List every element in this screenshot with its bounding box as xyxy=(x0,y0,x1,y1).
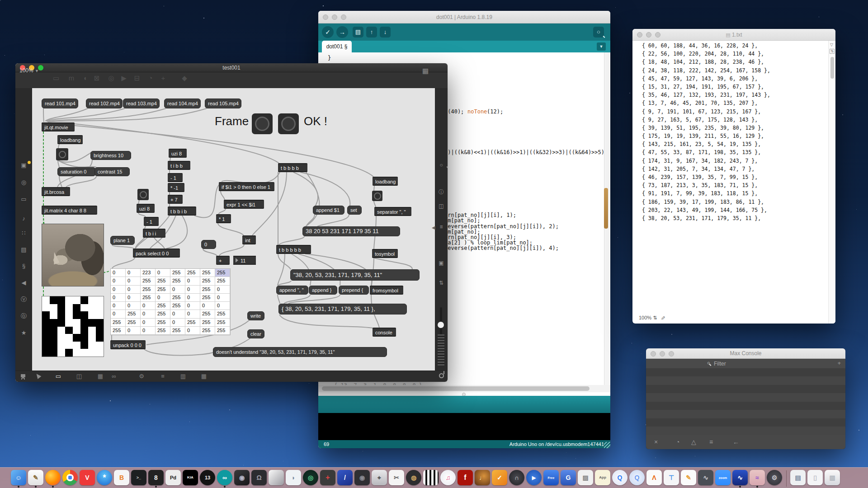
comment-icon[interactable]: ◖ xyxy=(79,74,91,82)
cellblock-cell[interactable]: 255 xyxy=(215,319,230,327)
patch-box[interactable]: append } xyxy=(309,286,337,295)
patch-box[interactable] xyxy=(278,113,299,134)
cellblock-cell[interactable]: 0 xyxy=(185,310,200,318)
patch-box[interactable]: write xyxy=(247,311,264,320)
patch-box[interactable] xyxy=(252,113,273,134)
cellblock-cell[interactable]: 255 xyxy=(141,277,156,285)
cellblock-cell[interactable]: 255 xyxy=(156,327,170,335)
dock-red-kit-app[interactable]: + xyxy=(320,469,335,488)
dock-garageband[interactable]: ♩ xyxy=(475,469,490,488)
patch-box[interactable]: int xyxy=(242,235,256,244)
patch-box[interactable]: OK ! xyxy=(304,114,335,129)
back-arrow-icon[interactable]: ← xyxy=(733,438,739,446)
dock-arduino[interactable]: ∞ xyxy=(217,469,232,488)
cellblock-cell[interactable]: 0 xyxy=(126,294,141,302)
max-titlebar[interactable]: test001 xyxy=(15,63,448,72)
patch-box[interactable]: expr 1 << $i1 xyxy=(224,200,264,209)
cellblock-cell[interactable]: 0 xyxy=(185,294,200,302)
cellblock-cell[interactable]: 0 xyxy=(126,277,141,285)
cellblock-cell[interactable]: 0 xyxy=(215,286,230,294)
patch-box[interactable]: 38 20 53 231 171 179 35 11 xyxy=(302,226,400,236)
cellblock-cell[interactable]: 255 xyxy=(111,327,126,335)
patch-box[interactable]: loadbang xyxy=(57,135,83,144)
dock-puredata[interactable]: Pd xyxy=(165,469,181,488)
cellblock-cell[interactable]: 0 xyxy=(215,294,230,302)
patch-box[interactable]: if $i1 > 0 then 0 else 1 xyxy=(219,182,274,191)
dock-check-app[interactable]: ✓ xyxy=(492,469,507,488)
cellblock-cell[interactable]: 255 xyxy=(200,277,215,285)
patch-box[interactable]: * 1 xyxy=(216,214,231,223)
patch-box[interactable] xyxy=(137,189,149,200)
patch-box[interactable]: separator ", " xyxy=(374,207,411,216)
dock-blue-pen-app[interactable]: / xyxy=(337,469,353,488)
patch-box[interactable]: loadbang xyxy=(373,177,398,186)
patch-box[interactable]: prepend { xyxy=(339,286,369,295)
cellblock-cell[interactable]: 0 xyxy=(111,302,126,310)
dock-separator[interactable] xyxy=(784,469,788,488)
grid-toggle-icon[interactable]: ▦ xyxy=(422,67,429,75)
lock-icon[interactable] xyxy=(18,374,28,380)
patch-box[interactable]: read 104.mp4 xyxy=(164,99,201,108)
columns-icon[interactable]: ◫ xyxy=(435,203,448,209)
arduino-titlebar[interactable]: dot001 | Arduino 1.8.19 xyxy=(318,11,610,23)
dock-photos-app[interactable]: ▨ xyxy=(578,469,593,488)
patch-box[interactable]: uzi 8 xyxy=(137,204,155,213)
console-titlebar[interactable]: Max Console xyxy=(646,348,845,359)
cellblock-cell[interactable]: 0 xyxy=(126,269,141,277)
dock-max[interactable]: ◉ xyxy=(234,469,250,488)
dock-eight-app[interactable]: 8 xyxy=(148,469,164,488)
cellblock-cell[interactable]: 255 xyxy=(170,294,185,302)
dock-radar-app[interactable]: ◎ xyxy=(303,469,318,488)
zoom-level-control[interactable]: 100% ⇅ xyxy=(639,315,657,321)
patch-box[interactable]: pack select 0 0 xyxy=(133,249,180,258)
cellblock-cell[interactable]: 255 xyxy=(156,310,170,318)
patch-box[interactable]: read 103.mp4 xyxy=(123,99,160,108)
cellblock-cell[interactable]: 255 xyxy=(185,269,200,277)
patch-box[interactable]: t b b b b xyxy=(278,163,307,172)
info-icon[interactable]: ⓘ xyxy=(435,188,448,196)
search-icon[interactable]: ○ xyxy=(435,162,448,168)
cellblock-cell[interactable]: 0 xyxy=(185,277,200,285)
cellblock-cell[interactable]: 255 xyxy=(170,269,185,277)
cellblock-cell[interactable]: 255 xyxy=(126,319,141,327)
cellblock-cell[interactable]: 0 xyxy=(111,286,126,294)
cellblock-cell[interactable]: 255 xyxy=(156,319,170,327)
video-preview-pwindow[interactable] xyxy=(42,224,104,286)
dock-kia[interactable]: KIA xyxy=(183,469,198,488)
object-circle-icon[interactable]: ⓞ xyxy=(15,312,32,320)
cellblock-cell[interactable]: 255 xyxy=(126,310,141,318)
dock-chrome[interactable] xyxy=(62,469,78,488)
cellblock-cell[interactable]: 255 xyxy=(141,294,156,302)
add-filter-icon[interactable]: + xyxy=(837,360,841,366)
resize-grip-icon[interactable] xyxy=(604,442,610,448)
cellblock-cell[interactable]: 255 xyxy=(215,269,230,277)
dock-keynote[interactable]: ⊤ xyxy=(664,469,679,488)
dock-firefox[interactable] xyxy=(45,469,61,488)
patch-box[interactable]: { 38, 20, 53, 231, 171, 179, 35, 11 }, xyxy=(278,304,407,314)
cellblock-cell[interactable]: 0 xyxy=(111,310,126,318)
scroll-mode-icon[interactable]: ⇅ xyxy=(830,49,835,54)
save-sketch-button[interactable]: ↓ xyxy=(380,27,391,38)
dock-column-app[interactable]: ▯ xyxy=(807,469,823,488)
zoom-dropdown[interactable]: 100% ▼ xyxy=(19,67,39,74)
video-icon[interactable]: ⓥ xyxy=(15,296,32,304)
cellblock-cell[interactable]: 0 xyxy=(111,269,126,277)
cellblock-cell[interactable]: 0 xyxy=(170,319,185,327)
code-vscrollbar-thumb[interactable] xyxy=(604,188,608,229)
dock-itunes[interactable]: ♫ xyxy=(440,469,456,488)
cellblock-cell[interactable]: 0 xyxy=(185,302,200,310)
audio-note-icon[interactable]: ♪ xyxy=(15,215,32,222)
dock-trash[interactable]: ▥ xyxy=(825,469,840,488)
dock-youtube[interactable]: ▶ xyxy=(526,469,542,488)
paint-bucket-icon[interactable]: ◆ xyxy=(179,74,190,82)
patch-box[interactable] xyxy=(56,148,68,160)
patch-box[interactable] xyxy=(372,191,382,201)
patch-box[interactable]: jit.matrix 4 char 8 8 xyxy=(42,206,97,215)
slider-icon[interactable]: ⊟ xyxy=(131,74,143,82)
cellblock-cell[interactable]: 0 xyxy=(170,286,185,294)
cellblock-cell[interactable]: 0 xyxy=(200,302,215,310)
cellblock-cell[interactable]: 255 xyxy=(200,286,215,294)
textedit-titlebar[interactable]: ▤ 1.txt xyxy=(632,29,835,41)
patch-box[interactable]: Frame xyxy=(215,114,255,129)
cellblock-cell[interactable]: 0 xyxy=(215,302,230,310)
